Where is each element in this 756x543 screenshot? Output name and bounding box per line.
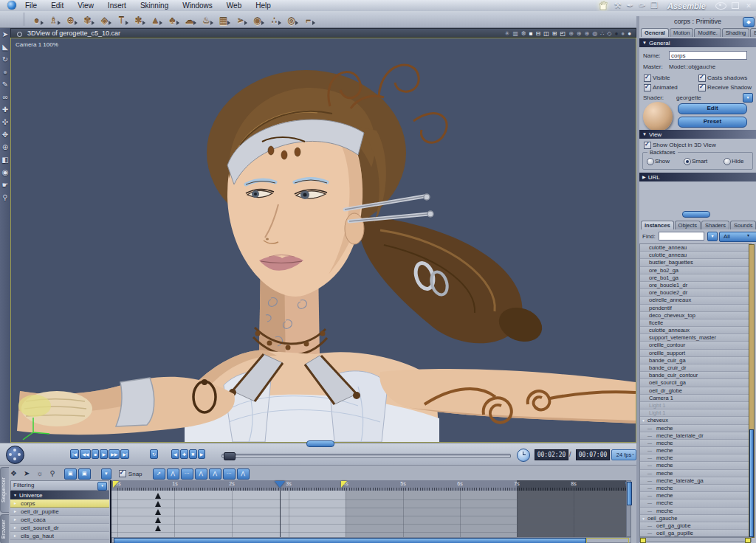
instance-row[interactable]: ore_bo1_ga	[640, 274, 751, 282]
menu-item[interactable]: Edit	[49, 1, 65, 10]
move-tool-icon[interactable]: ✚	[2, 106, 8, 114]
instance-row[interactable]: Light 1	[640, 409, 751, 417]
instance-row[interactable]: oeil_dr_globe	[640, 387, 751, 395]
tweener-custom-button[interactable]: ⋀	[237, 468, 250, 480]
render-room-icon[interactable]: ✑	[639, 1, 645, 10]
shader-dropdown-button[interactable]: ▾	[743, 93, 753, 103]
track-row[interactable]: oeil_sourcil_dr	[10, 524, 109, 532]
timeline-ruler[interactable]: 0s1s2s3s4s5s6s7s8s9s	[111, 480, 631, 491]
move-3d-tool-icon[interactable]: ✥	[2, 131, 8, 139]
instance-row[interactable]: meche	[640, 440, 751, 447]
universe-row[interactable]: ▼Universe	[10, 491, 109, 499]
keyframe-marker[interactable]	[155, 493, 161, 499]
menu-item[interactable]: View	[76, 1, 95, 10]
menu-item[interactable]: Windows	[181, 1, 214, 10]
time-scrubber[interactable]	[221, 454, 511, 458]
dotted-box-icon[interactable]: ∴	[600, 30, 604, 38]
name-input[interactable]	[669, 51, 747, 60]
properties-tab[interactable]: General	[641, 28, 669, 37]
instance-row[interactable]: meche_lateriale_dr	[640, 432, 751, 440]
instance-row[interactable]: deco_cheveux_top	[640, 312, 751, 319]
browser-tab[interactable]: Objects	[675, 221, 701, 229]
tweener-linear-button[interactable]: ↗	[153, 468, 165, 480]
wireframe-overlay-icon[interactable]: ❆	[521, 30, 526, 38]
seq-zoom-icon[interactable]: ⚲	[50, 468, 55, 479]
move-plane-tool-icon[interactable]: ✣	[2, 119, 8, 126]
current-time-marker[interactable]	[275, 481, 285, 488]
sphere-primitive-icon[interactable]: ●	[31, 13, 42, 25]
instance-row[interactable]: bande_cuir_contour	[640, 372, 751, 379]
total-time-field[interactable]: 00:07:00	[576, 449, 610, 460]
stop-button[interactable]: ■	[92, 449, 99, 459]
instance-row[interactable]: meche	[640, 462, 751, 469]
instance-row[interactable]: oeil_gauche	[640, 515, 751, 522]
shader-preset-button[interactable]: Preset	[678, 117, 747, 128]
layout-quad-icon[interactable]: ⊞	[552, 30, 557, 38]
instance-row[interactable]: bande_cuir_ga	[640, 357, 751, 364]
track-row[interactable]: corps	[10, 499, 109, 508]
instance-row[interactable]: meche	[640, 447, 751, 454]
range-start-flag[interactable]	[113, 481, 119, 488]
menu-item[interactable]: Skinning	[139, 1, 170, 10]
instance-row[interactable]: meche	[640, 454, 751, 462]
general-section-header[interactable]: ▼General	[639, 38, 756, 47]
backfaces-hide-radio[interactable]	[724, 158, 731, 165]
snap-checkbox[interactable]	[119, 470, 126, 477]
vertex-object-icon[interactable]: ♗	[48, 13, 59, 25]
instance-row[interactable]: meche	[640, 508, 751, 515]
camera-icon[interactable]: ◉	[252, 13, 263, 25]
track-row[interactable]: oeil_dr_pupille	[10, 508, 109, 516]
cloud-icon[interactable]: ☁	[184, 13, 195, 25]
play-button[interactable]: ▶	[100, 449, 108, 459]
pencil-tool-icon[interactable]: ✎	[2, 81, 8, 89]
seq-options-icon[interactable]: ☼	[36, 468, 43, 479]
maximize-button[interactable]	[732, 2, 739, 9]
antialias-icon[interactable]: ▥	[512, 30, 518, 38]
scrubber-handle[interactable]	[224, 452, 236, 460]
scrollbar-thumb[interactable]	[749, 429, 754, 537]
texture-room-icon[interactable]: ✒	[627, 1, 633, 10]
storyboard-room-icon[interactable]: ❒	[650, 1, 658, 10]
globe-view-2-icon[interactable]: ⊕	[577, 30, 582, 38]
eye-hide-interface-icon[interactable]	[715, 2, 726, 10]
loop-playback-button[interactable]: ↻	[150, 449, 158, 459]
next-keyframe-button[interactable]: ▶	[198, 449, 206, 459]
tweener-oscillate-button[interactable]: ⋀	[195, 468, 207, 480]
browser-tab[interactable]: Sounds	[730, 221, 756, 229]
sequencer-tab[interactable]: Sequencer	[0, 467, 9, 513]
animated-checkbox[interactable]	[644, 84, 651, 91]
instance-row[interactable]: culotte_anneau	[640, 252, 751, 259]
show-object-checkbox[interactable]	[644, 142, 651, 149]
casts-shadows-checkbox[interactable]	[698, 75, 706, 82]
viewport-titlebar[interactable]: 3DView of gerogette_c5_10.car ✳▥❆■⊟◫⊞◰⊕⊕…	[10, 28, 636, 38]
instance-row[interactable]: ore_boucle2_dr	[640, 289, 751, 297]
rotate-tool-icon[interactable]: ↻	[2, 56, 8, 63]
instances-vertical-scrollbar[interactable]	[749, 244, 755, 538]
instance-row[interactable]: bande_cruir_dr	[640, 364, 751, 372]
app-logo-icon[interactable]	[7, 1, 16, 10]
scrollbar-thumb[interactable]	[114, 538, 586, 543]
panel-nav-button[interactable]: ◆	[743, 17, 755, 27]
instance-row[interactable]: support_vetements_master	[640, 334, 751, 342]
instances-horizontal-scrollbar[interactable]	[639, 537, 752, 542]
track-row[interactable]: oeil_caca	[10, 516, 109, 524]
range-end-flag[interactable]	[341, 481, 347, 488]
fit-timeline-button[interactable]: ▣	[64, 468, 77, 480]
menu-item[interactable]: Help	[254, 1, 272, 10]
instance-row[interactable]: oeil_ga_globe	[640, 522, 751, 530]
instance-row[interactable]: ore_bo2_ga	[640, 267, 751, 274]
globe-view-1-icon[interactable]: ⊕	[568, 30, 574, 38]
instance-row[interactable]: ficelle	[640, 319, 751, 327]
layout-corner-icon[interactable]: ◰	[560, 30, 566, 38]
instance-row[interactable]: meche_laterale_ga	[640, 477, 751, 485]
fast-forward-button[interactable]: ▶▶	[109, 449, 120, 459]
universal-manipulator-icon[interactable]: ⊕	[2, 144, 8, 151]
shade-flat-sphere-icon[interactable]: ●	[621, 30, 625, 38]
browser-tab[interactable]: Browser	[0, 514, 9, 543]
assemble-room-hand-icon[interactable]	[599, 1, 609, 10]
menu-item[interactable]: Insert	[106, 1, 128, 10]
layout-vsplit-icon[interactable]: ◫	[543, 30, 549, 38]
receive-shadow-checkbox[interactable]	[698, 84, 706, 91]
filtering-dropdown-button[interactable]: ▾	[97, 482, 107, 491]
plant-icon[interactable]: ♣	[167, 13, 178, 25]
